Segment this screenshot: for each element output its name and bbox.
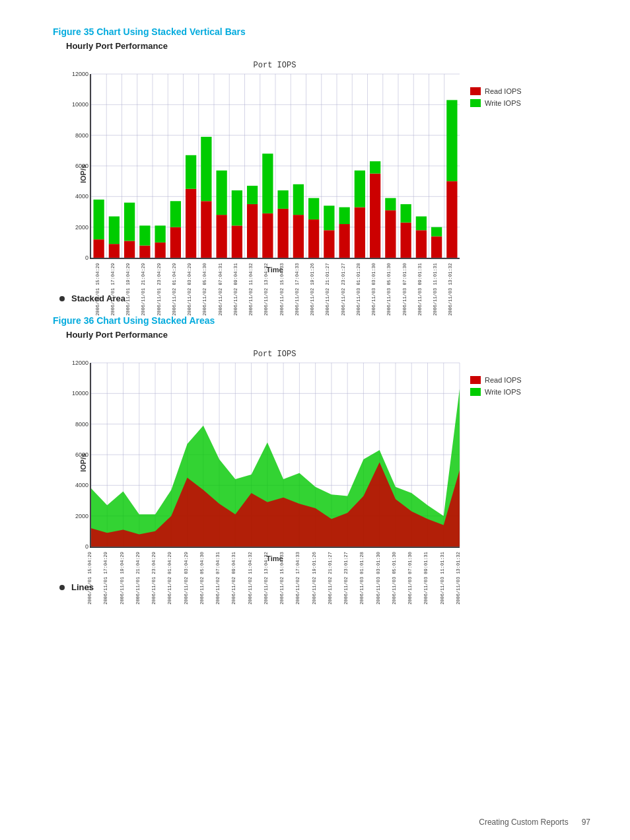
svg-text:2006/11/02 05:04:30: 2006/11/02 05:04:30 (199, 552, 205, 605)
svg-text:2006/11/02 17:04:33: 2006/11/02 17:04:33 (295, 263, 300, 316)
svg-text:2006/11/02 03:04:29: 2006/11/02 03:04:29 (184, 552, 189, 605)
svg-text:2006/11/01 19:04:29: 2006/11/01 19:04:29 (120, 552, 125, 605)
legend36-read: Read IOPS (470, 376, 522, 384)
svg-text:2006/11/02 11:04:32: 2006/11/02 11:04:32 (248, 263, 254, 316)
svg-text:2006/11/02 21:01:27: 2006/11/02 21:01:27 (328, 552, 333, 605)
svg-text:8000: 8000 (75, 421, 88, 428)
svg-rect-41 (109, 244, 120, 258)
svg-text:2006/11/02 23:01:27: 2006/11/02 23:01:27 (341, 263, 346, 316)
svg-rect-81 (308, 198, 319, 219)
footer: Creating Custom Reports 97 (479, 818, 590, 827)
svg-text:2006/11/02 03:04:29: 2006/11/02 03:04:29 (187, 263, 192, 316)
svg-rect-96 (385, 198, 396, 211)
svg-rect-42 (109, 216, 120, 244)
legend35-read-color (470, 87, 481, 95)
svg-rect-75 (277, 190, 288, 209)
svg-text:2006/11/03 13:01:32: 2006/11/03 13:01:32 (448, 263, 453, 316)
svg-text:2006/11/03 05:01:30: 2006/11/03 05:01:30 (392, 552, 397, 605)
svg-rect-68 (247, 204, 258, 258)
chart35-area: 0200040006000800010000120002006/11/01 15… (90, 74, 460, 259)
svg-text:2006/11/01 17:04:29: 2006/11/01 17:04:29 (103, 552, 108, 605)
legend35-write: Write IOPS (470, 99, 522, 107)
svg-rect-48 (139, 225, 150, 245)
svg-rect-65 (232, 225, 242, 258)
svg-text:2006/11/03 13:01:32: 2006/11/03 13:01:32 (456, 552, 461, 605)
bullet-lines-dot (59, 585, 65, 590)
svg-text:2006/11/02 05:04:30: 2006/11/02 05:04:30 (202, 263, 207, 316)
legend36-write: Write IOPS (470, 388, 522, 396)
svg-rect-108 (446, 100, 457, 181)
svg-rect-104 (431, 237, 442, 258)
svg-rect-105 (431, 227, 442, 237)
chart36-inner-title: Port IOPS (90, 350, 460, 359)
svg-rect-74 (277, 209, 288, 258)
svg-text:2000: 2000 (75, 513, 88, 519)
svg-text:2006/11/03 05:01:30: 2006/11/03 05:01:30 (386, 263, 392, 316)
legend36-write-color (470, 388, 481, 396)
svg-rect-101 (416, 230, 427, 258)
svg-text:2006/11/02 11:04:32: 2006/11/02 11:04:32 (248, 552, 253, 605)
svg-rect-59 (201, 201, 211, 258)
svg-text:2006/11/03 03:01:30: 2006/11/03 03:01:30 (376, 552, 381, 605)
svg-rect-71 (262, 213, 273, 258)
svg-rect-38 (93, 239, 104, 258)
svg-rect-50 (155, 243, 165, 258)
svg-text:2006/11/01 23:04:29: 2006/11/01 23:04:29 (157, 263, 162, 316)
svg-rect-69 (247, 186, 258, 204)
svg-text:2006/11/02 09:04:31: 2006/11/02 09:04:31 (231, 552, 236, 605)
svg-rect-44 (124, 241, 135, 258)
figure36-section: Figure 36 Chart Using Stacked Areas Hour… (53, 315, 590, 562)
bullet-stacked-area-dot (59, 296, 65, 301)
bullet-stacked-area: Stacked Area (53, 293, 590, 303)
svg-text:2006/11/03 09:01:31: 2006/11/03 09:01:31 (423, 552, 429, 605)
svg-rect-83 (324, 230, 334, 258)
bullet-lines: Lines (53, 582, 590, 592)
svg-text:2006/11/01 17:04:29: 2006/11/01 17:04:29 (110, 263, 116, 316)
svg-text:2006/11/02 09:04:31: 2006/11/02 09:04:31 (233, 263, 238, 316)
chart36-section-title: Hourly Port Performance (53, 330, 590, 340)
svg-text:6000: 6000 (75, 163, 88, 169)
footer-text: Creating Custom Reports (479, 818, 568, 827)
svg-rect-51 (155, 225, 165, 242)
svg-text:2006/11/02 15:04:33: 2006/11/02 15:04:33 (279, 263, 285, 316)
svg-text:4000: 4000 (75, 482, 88, 488)
svg-rect-99 (400, 204, 411, 223)
svg-text:2006/11/03 01:01:28: 2006/11/03 01:01:28 (356, 263, 361, 316)
svg-text:2006/11/01 21:04:29: 2006/11/01 21:04:29 (135, 552, 141, 605)
svg-rect-78 (293, 184, 304, 215)
svg-rect-87 (339, 208, 349, 224)
svg-text:4000: 4000 (75, 193, 88, 200)
svg-rect-92 (370, 174, 380, 258)
svg-rect-60 (201, 137, 211, 201)
svg-rect-56 (186, 189, 196, 258)
svg-text:12000: 12000 (72, 71, 88, 77)
svg-rect-86 (339, 224, 349, 258)
svg-text:0: 0 (85, 254, 88, 261)
svg-text:10000: 10000 (72, 390, 88, 397)
svg-text:2006/11/02 19:01:26: 2006/11/02 19:01:26 (310, 263, 315, 316)
svg-text:2006/11/02 17:04:33: 2006/11/02 17:04:33 (295, 552, 300, 605)
svg-text:2006/11/01 15:04:29: 2006/11/01 15:04:29 (95, 263, 100, 316)
svg-text:6000: 6000 (75, 451, 88, 458)
svg-text:2006/11/02 13:04:32: 2006/11/02 13:04:32 (263, 552, 269, 605)
svg-text:2006/11/01 19:04:29: 2006/11/01 19:04:29 (125, 263, 131, 316)
svg-text:2006/11/02 07:04:31: 2006/11/02 07:04:31 (218, 263, 223, 316)
footer-page: 97 (582, 818, 590, 827)
svg-text:2006/11/02 21:01:27: 2006/11/02 21:01:27 (325, 263, 330, 316)
legend36-read-label: Read IOPS (485, 376, 522, 384)
chart35-container: IOP/s Port IOPS 020004000600080001000012… (79, 74, 590, 274)
svg-text:2006/11/03 09:01:31: 2006/11/03 09:01:31 (417, 263, 423, 316)
svg-rect-102 (416, 216, 427, 230)
svg-rect-95 (385, 210, 396, 258)
svg-text:2006/11/02 07:04:31: 2006/11/02 07:04:31 (215, 552, 221, 605)
chart35-section-title: Hourly Port Performance (53, 41, 590, 51)
svg-rect-66 (232, 190, 242, 225)
svg-rect-57 (186, 155, 196, 189)
svg-text:10000: 10000 (72, 101, 88, 108)
svg-text:2006/11/03 03:01:30: 2006/11/03 03:01:30 (371, 263, 376, 316)
svg-text:2006/11/02 23:01:27: 2006/11/02 23:01:27 (343, 552, 349, 605)
svg-text:2006/11/02 15:04:33: 2006/11/02 15:04:33 (279, 552, 285, 605)
svg-rect-84 (324, 206, 334, 230)
chart35-y-label: IOP/s (79, 81, 87, 266)
svg-rect-45 (124, 203, 135, 241)
